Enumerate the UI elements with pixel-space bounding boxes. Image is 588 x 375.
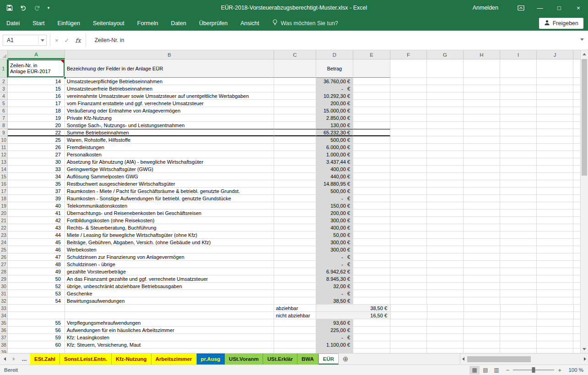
cell-J12[interactable] — [537, 151, 573, 158]
cell-C10[interactable] — [274, 136, 316, 144]
cell-I33[interactable] — [501, 305, 537, 312]
cell-I27[interactable] — [500, 261, 537, 268]
cell-J26[interactable] — [537, 253, 573, 261]
cell-C15[interactable] — [274, 173, 316, 180]
undo-icon[interactable] — [16, 1, 30, 14]
cell-F34[interactable] — [391, 312, 427, 319]
cell-D21[interactable]: 300,00 € — [316, 217, 353, 224]
zoom-level[interactable]: 100 % — [566, 367, 583, 373]
cell-I1[interactable] — [500, 59, 537, 78]
cell-A37[interactable]: 59 — [8, 334, 65, 341]
cell-J13[interactable] — [537, 158, 573, 166]
cell-G34[interactable] — [427, 312, 464, 319]
cell-D25[interactable]: 300,00 € — [316, 246, 353, 253]
cell-J6[interactable] — [537, 107, 573, 114]
row-header-16[interactable]: 16 — [0, 180, 8, 188]
cell-D5[interactable]: 200,00 € — [316, 100, 353, 107]
cell-I14[interactable] — [500, 166, 537, 173]
row-header-21[interactable]: 21 — [0, 217, 8, 224]
sheet-tab-Arbeitszimmer[interactable]: Arbeitszimmer — [151, 354, 197, 364]
cell-J2[interactable] — [537, 78, 573, 85]
cell-D3[interactable]: - € — [316, 85, 353, 92]
cell-F37[interactable] — [390, 334, 427, 341]
cell-E23[interactable] — [353, 231, 390, 239]
cell-D6[interactable]: 15.000,00 € — [316, 107, 353, 114]
cell-J35[interactable] — [537, 319, 573, 327]
cell-G1[interactable] — [427, 59, 464, 78]
cell-E12[interactable] — [353, 151, 390, 158]
cell-I35[interactable] — [500, 319, 537, 327]
cell-G20[interactable] — [427, 209, 464, 217]
cell-I24[interactable] — [500, 239, 537, 246]
cell-J20[interactable] — [537, 209, 573, 217]
cell-H4[interactable] — [464, 92, 500, 100]
cell-B27[interactable]: Schuldzinsen - übrige — [65, 261, 274, 268]
row-header-34[interactable]: 34 — [0, 312, 8, 319]
cell-H27[interactable] — [464, 261, 500, 268]
cell-E10[interactable] — [353, 136, 390, 144]
cell-A33[interactable] — [8, 305, 65, 312]
cell-H29[interactable] — [464, 275, 500, 283]
row-header-19[interactable]: 19 — [0, 202, 8, 209]
cell-A32[interactable]: 54 — [8, 297, 65, 305]
insert-function-icon[interactable]: fx — [76, 37, 81, 44]
cell-A2[interactable]: 14 — [8, 78, 65, 85]
cell-F39[interactable] — [390, 348, 427, 353]
cell-G10[interactable] — [427, 136, 464, 144]
cell-C32[interactable] — [274, 297, 316, 305]
cell-I5[interactable] — [500, 100, 537, 107]
cell-D23[interactable]: 50,00 € — [316, 231, 353, 239]
new-sheet-button[interactable]: ⊕ — [339, 354, 352, 364]
cell-H26[interactable] — [464, 253, 500, 261]
active-cell-A1[interactable]: Zeilen-Nr. in Anlage EÜR-2017 — [8, 59, 65, 78]
cell-B34[interactable] — [65, 312, 274, 319]
column-header-J[interactable]: J — [537, 50, 573, 59]
cell-I38[interactable] — [500, 341, 537, 348]
cell-A28[interactable]: 49 — [8, 268, 65, 275]
cell-E7[interactable] — [353, 114, 390, 122]
cell-A30[interactable]: 52 — [8, 283, 65, 290]
cell-E17[interactable] — [353, 188, 390, 195]
vertical-scroll-track[interactable] — [581, 58, 588, 345]
row-header-9[interactable]: 9 — [0, 129, 8, 136]
cell-E15[interactable] — [353, 173, 390, 180]
cell-B22[interactable]: Rechts- & Steuerberatung, Buchführung — [65, 224, 274, 231]
cell-F30[interactable] — [390, 283, 427, 290]
cell-I34[interactable] — [501, 312, 537, 319]
cell-J38[interactable] — [537, 341, 573, 348]
cell-H21[interactable] — [464, 217, 500, 224]
cell-F10[interactable] — [390, 136, 427, 144]
cell-B30[interactable]: übrige, unbeschränkt abziehbare Betriebs… — [65, 283, 274, 290]
sheet-nav-left-icon[interactable] — [0, 354, 9, 364]
cell-H20[interactable] — [464, 209, 500, 217]
cell-C37[interactable] — [274, 334, 316, 341]
cell-D31[interactable]: - € — [316, 290, 353, 297]
cell-I17[interactable] — [500, 188, 537, 195]
cell-A3[interactable]: 15 — [8, 85, 65, 92]
cell-E20[interactable] — [353, 209, 390, 217]
row-header-8[interactable]: 8 — [0, 122, 8, 129]
cell-H28[interactable] — [464, 268, 500, 275]
cell-I30[interactable] — [500, 283, 537, 290]
cell-I2[interactable] — [500, 78, 537, 85]
column-header-E[interactable]: E — [353, 50, 390, 59]
cell-B21[interactable]: Fortbildungskosten (ohne Reisekosten) — [65, 217, 274, 224]
row-header-23[interactable]: 23 — [0, 231, 8, 239]
cell-A7[interactable]: 19 — [8, 114, 65, 122]
ribbon-tab-Einfügen[interactable]: Einfügen — [51, 16, 86, 31]
horizontal-scroll-thumb[interactable] — [467, 356, 531, 362]
cell-A12[interactable]: 27 — [8, 151, 65, 158]
cell-C11[interactable] — [274, 144, 316, 151]
row-header-7[interactable]: 7 — [0, 114, 8, 122]
cell-I4[interactable] — [500, 92, 537, 100]
cell-I29[interactable] — [500, 275, 537, 283]
cell-G6[interactable] — [427, 107, 464, 114]
cell-D8[interactable]: 130,00 € — [316, 122, 353, 129]
cell-G22[interactable] — [427, 224, 464, 231]
cell-A25[interactable]: 46 — [8, 246, 65, 253]
cell-C6[interactable] — [274, 107, 316, 114]
cell-J5[interactable] — [537, 100, 573, 107]
cell-A14[interactable]: 33 — [8, 166, 65, 173]
cell-I9[interactable] — [500, 129, 537, 136]
cell-H31[interactable] — [464, 290, 500, 297]
